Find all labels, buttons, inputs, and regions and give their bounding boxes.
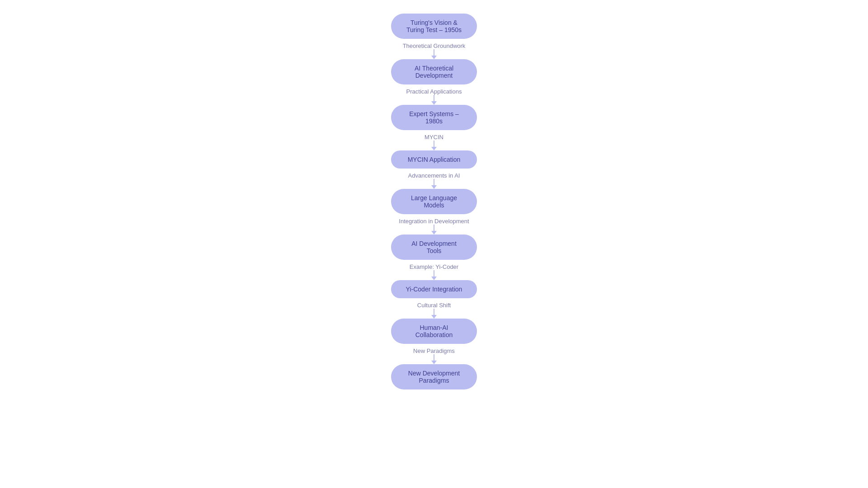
node-mycin[interactable]: MYCIN Application [391,150,477,169]
arrow-6 [431,270,437,280]
arrow-2 [431,95,437,105]
edge-label-2: Practical Applications [406,88,462,95]
edge-label-1: Theoretical Groundwork [403,42,466,49]
arrow-3 [431,141,437,150]
edge-label-5: Integration in Development [399,218,469,225]
connector-7: Cultural Shift [417,298,451,319]
node-ai-dev-tools[interactable]: AI Development Tools [391,235,477,260]
node-new-paradigms[interactable]: New Development Paradigms [391,364,477,389]
connector-2: Practical Applications [406,84,462,105]
connector-1: Theoretical Groundwork [403,39,466,59]
node-ai-theoretical[interactable]: AI Theoretical Development [391,59,477,84]
arrow-8 [431,354,437,364]
connector-8: New Paradigms [413,344,455,364]
connector-3: MYCIN [425,130,443,150]
edge-label-6: Example: Yi-Coder [410,263,458,270]
node-expert-systems[interactable]: Expert Systems – 1980s [391,105,477,130]
arrow-1 [431,49,437,59]
flowchart: Turing's Vision & Turing Test – 1950s Th… [344,5,524,399]
connector-5: Integration in Development [399,214,469,235]
node-llm[interactable]: Large Language Models [391,189,477,214]
node-human-ai[interactable]: Human-AI Collaboration [391,319,477,344]
connector-6: Example: Yi-Coder [410,260,458,280]
edge-label-3: MYCIN [425,134,443,141]
edge-label-8: New Paradigms [413,347,455,354]
node-turing[interactable]: Turing's Vision & Turing Test – 1950s [391,14,477,39]
edge-label-4: Advancements in AI [408,172,460,179]
arrow-5 [431,225,437,235]
connector-4: Advancements in AI [408,169,460,189]
arrow-7 [431,309,437,319]
edge-label-7: Cultural Shift [417,302,451,309]
node-yi-coder[interactable]: Yi-Coder Integration [391,280,477,298]
arrow-4 [431,179,437,189]
